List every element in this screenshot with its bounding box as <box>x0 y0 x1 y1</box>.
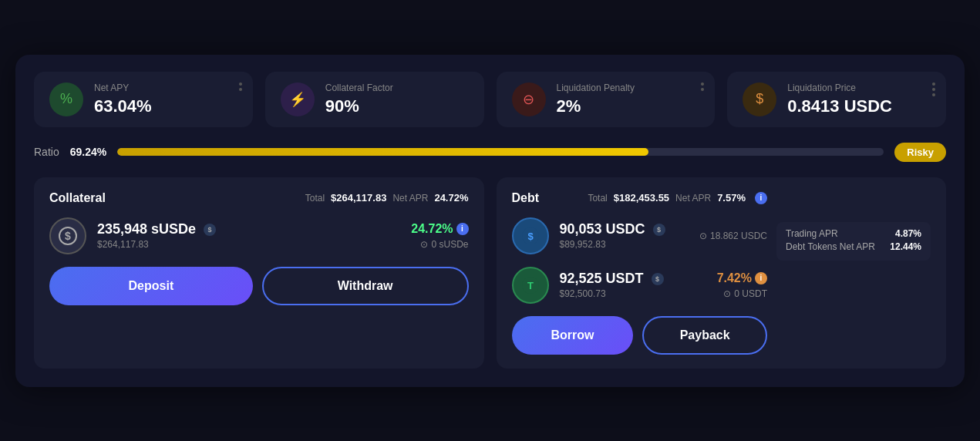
liquidation-price-value: 0.8413 USDC <box>787 96 892 116</box>
debt-extra-info: Trading APR 4.87% Debt Tokens Net APR 12… <box>776 222 931 261</box>
usdt-secondary-icon: ⊙ <box>723 288 731 299</box>
main-row: Collateral Total $264,117.83 Net APR 24.… <box>34 177 946 369</box>
debt-tokens-value: 12.44% <box>890 241 921 252</box>
usdt-icon: T <box>512 267 549 304</box>
usdt-right: 7.42% i ⊙ 0 USDT <box>717 271 767 299</box>
debt-header-right: Total $182,453.55 Net APR 7.57% i <box>588 192 767 204</box>
liquidation-penalty-label: Liquidation Penalty <box>557 82 635 93</box>
debt-title: Debt <box>512 191 540 205</box>
usdt-usd: $92,500.73 <box>560 288 706 299</box>
collateral-factor-icon: ⚡ <box>281 82 315 116</box>
usdt-info: 92,525 USDT $ $92,500.73 <box>560 271 706 299</box>
collateral-title: Collateral <box>49 191 106 205</box>
dot <box>239 82 242 86</box>
usdc-right: ⊙ 18.862 USDC <box>699 231 767 241</box>
debt-apr-label: Net APR <box>675 193 711 204</box>
net-apy-icon: % <box>49 82 83 116</box>
ratio-row: Ratio 69.24% Risky <box>34 143 946 162</box>
susde-icon: $ <box>49 217 86 254</box>
susde-apr: 24.72% <box>411 222 453 236</box>
net-apy-value: 63.04% <box>94 96 152 116</box>
ratio-value: 69.24% <box>70 146 106 158</box>
usdc-usd: $89,952.83 <box>560 239 689 250</box>
liquidation-price-dots <box>932 82 935 96</box>
debt-usdc-row: $ 90,053 USDC $ $89,952.83 <box>512 217 768 254</box>
usdt-amount: 92,525 USDT <box>560 271 644 287</box>
usdt-secondary: ⊙ 0 USDT <box>723 288 767 299</box>
debt-tokens-row: Debt Tokens Net APR 12.44% <box>786 241 921 252</box>
collateral-header: Collateral Total $264,117.83 Net APR 24.… <box>49 191 469 205</box>
usdc-icon: $ <box>512 217 549 254</box>
stat-card-liquidation-price: $ Liquidation Price 0.8413 USDC <box>727 72 946 127</box>
payback-button[interactable]: Payback <box>642 316 767 355</box>
withdraw-button[interactable]: Withdraw <box>262 267 469 305</box>
dot <box>932 93 935 96</box>
susde-usd: $264,117.83 <box>97 239 400 250</box>
debt-usdt-row: T 92,525 USDT $ $92,500.73 <box>512 267 768 304</box>
net-apy-label: Net APY <box>94 82 152 93</box>
svg-text:$: $ <box>65 230 71 242</box>
ratio-progress-bar <box>117 148 884 156</box>
liquidation-penalty-info: Liquidation Penalty 2% <box>557 82 635 116</box>
susde-secondary: ⊙ 0 sUSDe <box>420 239 468 250</box>
collateral-factor-info: Collateral Factor 90% <box>325 82 393 116</box>
dot <box>701 82 704 86</box>
debt-total-value: $182,453.55 <box>614 192 669 204</box>
stat-card-net-apy: % Net APY 63.04% <box>34 72 253 127</box>
debt-apr-value: 7.57% <box>717 192 746 204</box>
usdt-secondary-value: 0 USDT <box>734 288 767 299</box>
susde-amount: 235,948 sUSDe <box>97 221 196 237</box>
collateral-panel: Collateral Total $264,117.83 Net APR 24.… <box>34 177 484 369</box>
usdc-info: 90,053 USDC $ $89,952.83 <box>560 221 689 250</box>
usdt-apr: 7.42% <box>717 271 752 285</box>
usdt-info-badge: i <box>755 272 767 284</box>
liquidation-price-label: Liquidation Price <box>787 82 892 93</box>
collateral-total-label: Total <box>305 193 325 204</box>
liquidation-price-info: Liquidation Price 0.8413 USDC <box>787 82 892 116</box>
trading-apr-value: 4.87% <box>895 228 921 239</box>
risky-badge: Risky <box>894 143 946 162</box>
net-apy-dots <box>239 82 242 91</box>
usdc-secondary-value: 18.862 USDC <box>710 231 767 241</box>
usdt-dollar-badge: $ <box>652 273 664 285</box>
collateral-factor-label: Collateral Factor <box>325 82 393 93</box>
debt-header: Debt Total $182,453.55 Net APR 7.57% i <box>512 191 768 205</box>
collateral-asset-row: $ 235,948 sUSDe $ $264,117.83 24.72% i <box>49 217 469 254</box>
svg-text:T: T <box>527 280 534 291</box>
debt-total-label: Total <box>588 193 607 204</box>
dot <box>932 88 935 91</box>
susde-right: 24.72% i ⊙ 0 sUSDe <box>411 222 468 250</box>
stat-card-liquidation-penalty: ⊖ Liquidation Penalty 2% <box>497 72 716 127</box>
debt-panel: Debt Total $182,453.55 Net APR 7.57% i <box>497 177 947 369</box>
dot <box>701 88 704 91</box>
collateral-btn-row: Deposit Withdraw <box>49 267 469 305</box>
stats-row: % Net APY 63.04% ⚡ Collateral Factor 90%… <box>34 72 946 127</box>
collateral-apr-value: 24.72% <box>434 192 468 204</box>
liquidation-penalty-value: 2% <box>557 96 635 116</box>
susde-info-badge: i <box>456 223 469 235</box>
susde-dollar-badge: $ <box>204 224 216 236</box>
debt-tokens-label: Debt Tokens Net APR <box>786 241 875 252</box>
stat-card-collateral-factor: ⚡ Collateral Factor 90% <box>265 72 484 127</box>
usdc-secondary: ⊙ 18.862 USDC <box>699 231 767 241</box>
borrow-button[interactable]: Borrow <box>512 316 634 355</box>
dot <box>932 82 935 86</box>
liquidation-price-icon: $ <box>743 82 776 116</box>
liquidation-penalty-icon: ⊖ <box>512 82 546 116</box>
collateral-header-right: Total $264,117.83 Net APR 24.72% <box>305 192 469 204</box>
ratio-label: Ratio <box>34 146 59 158</box>
usdc-secondary-icon: ⊙ <box>699 231 707 241</box>
collateral-total-value: $264,117.83 <box>331 192 386 204</box>
collateral-factor-value: 90% <box>325 96 393 116</box>
svg-text:$: $ <box>527 231 534 242</box>
trading-apr-label: Trading APR <box>786 228 838 239</box>
collateral-apr-label: Net APR <box>392 193 428 204</box>
dot <box>239 88 242 91</box>
usdc-amount: 90,053 USDC <box>560 221 645 237</box>
debt-btn-row: Borrow Payback <box>512 316 768 355</box>
trading-apr-row: Trading APR 4.87% <box>786 228 921 239</box>
ratio-progress-fill <box>117 148 648 156</box>
deposit-button[interactable]: Deposit <box>49 267 253 305</box>
main-container: % Net APY 63.04% ⚡ Collateral Factor 90%… <box>15 55 965 387</box>
susde-secondary-icon: ⊙ <box>420 239 428 250</box>
